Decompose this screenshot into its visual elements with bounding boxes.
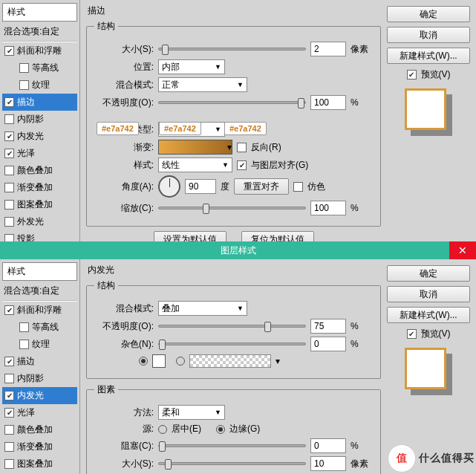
fx-checkbox[interactable] — [19, 80, 29, 90]
fx-item-0[interactable]: 斜面和浮雕 — [2, 302, 77, 319]
fx-item-9[interactable]: 图案叠加 — [2, 196, 77, 213]
fx-item-1[interactable]: 等高线 — [2, 319, 77, 336]
preview-checkbox[interactable] — [407, 329, 417, 339]
fx-item-9[interactable]: 图案叠加 — [2, 455, 77, 473]
fx-item-5[interactable]: 内发光 — [2, 128, 77, 145]
cancel-button[interactable]: 取消 — [387, 27, 470, 43]
fx-item-6[interactable]: 光泽 — [2, 404, 77, 421]
scale-input[interactable]: 100 — [310, 201, 346, 215]
fx-item-2[interactable]: 纹理 — [2, 77, 77, 94]
fx-checkbox[interactable] — [4, 217, 14, 227]
fx-checkbox[interactable] — [4, 132, 14, 141]
newstyle-button[interactable]: 新建样式(W)... — [387, 48, 470, 64]
fx-checkbox[interactable] — [4, 114, 14, 124]
angle-dial[interactable] — [158, 175, 180, 198]
gradient-swatch[interactable]: ▾ — [158, 140, 232, 155]
fx-checkbox[interactable] — [4, 459, 14, 469]
fx-checkbox[interactable] — [4, 46, 14, 56]
fx-checkbox[interactable] — [4, 149, 14, 158]
fx-checkbox[interactable] — [4, 166, 14, 175]
fx-item-2[interactable]: 纹理 — [2, 336, 77, 353]
layer-style-dialog-stroke: 样式 混合选项:自定 斜面和浮雕等高线纹理描边内阴影内发光光泽颜色叠加渐变叠加图… — [0, 0, 476, 241]
titlebar-text: 图层样式 — [221, 245, 256, 256]
preview-label: 预览(V) — [421, 328, 451, 340]
opacity-slider[interactable] — [158, 325, 306, 328]
color-swatch[interactable] — [152, 354, 166, 368]
color-radio[interactable] — [139, 357, 148, 366]
fx-item-1[interactable]: 等高线 — [2, 59, 77, 77]
edge-radio[interactable] — [216, 425, 225, 434]
angle-input[interactable]: 90 — [185, 179, 216, 194]
fx-item-3[interactable]: 描边 — [2, 94, 77, 111]
choke-slider[interactable] — [158, 444, 306, 447]
fx-label: 内发光 — [17, 130, 44, 143]
noise-slider[interactable] — [158, 342, 306, 345]
fx-checkbox[interactable] — [4, 305, 14, 315]
close-button[interactable]: ✕ — [449, 241, 476, 259]
cancel-button[interactable]: 取消 — [387, 286, 470, 302]
innerglow-panel: 内发光 结构 混合模式: 叠加▼ 不透明度(O): 75 % 杂色(N): 0 … — [80, 259, 387, 474]
fx-checkbox[interactable] — [4, 200, 14, 210]
fx-item-4[interactable]: 内阴影 — [2, 370, 77, 387]
preview-checkbox[interactable] — [407, 70, 417, 79]
fx-item-3[interactable]: 描边 — [2, 353, 77, 370]
section-title: 内发光 — [86, 262, 381, 279]
gradient-radio[interactable] — [176, 357, 185, 366]
scale-slider[interactable] — [158, 207, 306, 210]
reverse-checkbox[interactable] — [237, 143, 247, 152]
fx-checkbox[interactable] — [4, 97, 14, 107]
style-header[interactable]: 样式 — [2, 3, 77, 22]
fx-checkbox[interactable] — [4, 391, 14, 400]
fx-checkbox[interactable] — [19, 63, 29, 73]
opacity-slider[interactable] — [158, 101, 306, 104]
fx-item-5[interactable]: 内发光 — [2, 387, 77, 404]
fx-checkbox[interactable] — [19, 322, 29, 332]
fx-checkbox[interactable] — [4, 442, 14, 452]
fx-checkbox[interactable] — [4, 425, 14, 435]
fx-item-8[interactable]: 渐变叠加 — [2, 438, 77, 455]
blend-options[interactable]: 混合选项:自定 — [2, 23, 77, 42]
position-combo[interactable]: 内部▼ — [158, 59, 225, 74]
opacity-input[interactable]: 100 — [310, 95, 346, 110]
ok-button[interactable]: 确定 — [387, 265, 470, 282]
fx-checkbox[interactable] — [4, 357, 14, 366]
fx-item-6[interactable]: 光泽 — [2, 145, 77, 162]
fx-label: 描边 — [17, 355, 35, 368]
reset-align-button[interactable]: 重置对齐 — [234, 178, 289, 195]
fx-checkbox[interactable] — [4, 374, 14, 383]
blendmode-combo[interactable]: 正常▼ — [158, 77, 247, 92]
blend-options[interactable]: 混合选项:自定 — [2, 282, 77, 301]
fx-label: 渐变叠加 — [17, 441, 53, 453]
size-slider[interactable] — [158, 48, 306, 51]
style-header[interactable]: 样式 — [2, 262, 77, 281]
scale-label: 缩放(C): — [94, 202, 154, 215]
size-slider[interactable] — [158, 462, 306, 465]
fx-checkbox[interactable] — [19, 340, 29, 349]
align-checkbox[interactable] — [237, 160, 247, 170]
effects-sidebar: 样式 混合选项:自定 斜面和浮雕等高线纹理描边内阴影内发光光泽颜色叠加渐变叠加图… — [0, 0, 80, 241]
fx-item-4[interactable]: 内阴影 — [2, 111, 77, 128]
fx-item-7[interactable]: 颜色叠加 — [2, 162, 77, 179]
fx-checkbox[interactable] — [4, 183, 14, 192]
style-combo[interactable]: 线性▼ — [158, 158, 232, 172]
dither-checkbox[interactable] — [293, 182, 303, 192]
method-combo[interactable]: 柔和▼ — [158, 405, 225, 420]
fx-item-10[interactable]: 外发光 — [2, 213, 77, 230]
fx-item-0[interactable]: 斜面和浮雕 — [2, 42, 77, 59]
blendmode-combo[interactable]: 叠加▼ — [158, 301, 247, 316]
size-input[interactable]: 2 — [310, 42, 346, 56]
newstyle-button[interactable]: 新建样式(W)... — [387, 307, 470, 323]
ok-button[interactable]: 确定 — [387, 6, 470, 22]
fx-item-7[interactable]: 颜色叠加 — [2, 421, 77, 438]
noise-input[interactable]: 0 — [310, 337, 346, 351]
choke-input[interactable]: 0 — [310, 438, 346, 453]
fx-item-8[interactable]: 渐变叠加 — [2, 179, 77, 196]
fx-checkbox[interactable] — [4, 408, 14, 418]
fx-label: 外发光 — [17, 215, 44, 228]
opacity-input[interactable]: 75 — [310, 319, 346, 334]
fx-label: 图案叠加 — [17, 458, 53, 470]
gradient-bar[interactable] — [189, 354, 271, 368]
size-input[interactable]: 10 — [310, 456, 346, 471]
center-radio[interactable] — [158, 425, 167, 434]
fx-label: 纹理 — [32, 79, 50, 91]
